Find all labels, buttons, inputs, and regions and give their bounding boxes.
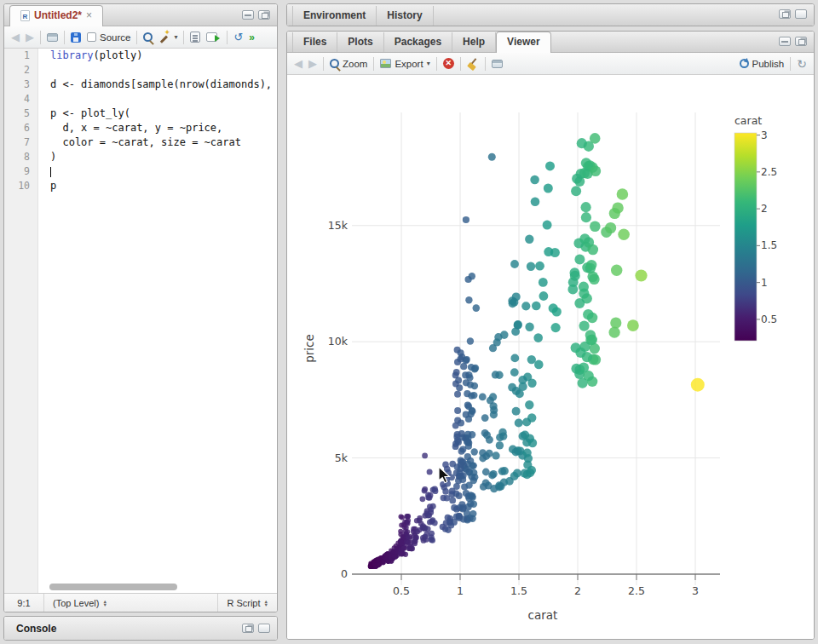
- data-point[interactable]: [479, 394, 487, 401]
- compile-notebook-icon[interactable]: [190, 32, 200, 43]
- data-point[interactable]: [458, 458, 465, 465]
- data-point[interactable]: [587, 271, 598, 282]
- data-point[interactable]: [590, 221, 601, 233]
- data-point[interactable]: [425, 495, 431, 501]
- code-line[interactable]: color = ~carat, size = ~carat: [39, 135, 277, 150]
- data-point[interactable]: [427, 469, 433, 475]
- data-point[interactable]: [463, 466, 469, 473]
- data-point[interactable]: [464, 401, 471, 408]
- code-editor[interactable]: 12345678910 library(plotly)d <- diamonds…: [4, 49, 277, 593]
- data-point[interactable]: [583, 309, 593, 319]
- data-point[interactable]: [422, 453, 428, 459]
- tab-history[interactable]: History: [377, 6, 433, 26]
- data-point[interactable]: [456, 492, 463, 499]
- data-point[interactable]: [469, 492, 475, 499]
- data-point[interactable]: [399, 515, 404, 520]
- data-point[interactable]: [509, 446, 517, 454]
- data-point[interactable]: [515, 419, 523, 428]
- data-point[interactable]: [390, 549, 395, 554]
- data-point[interactable]: [618, 228, 630, 240]
- data-point[interactable]: [505, 477, 514, 486]
- data-point[interactable]: [583, 371, 593, 381]
- data-point[interactable]: [514, 321, 522, 330]
- data-point[interactable]: [429, 534, 435, 540]
- data-point[interactable]: [543, 221, 552, 230]
- data-point[interactable]: [508, 383, 516, 392]
- data-point[interactable]: [471, 382, 478, 389]
- tab-packages[interactable]: Packages: [384, 32, 452, 52]
- export-button[interactable]: Export ▾: [380, 59, 429, 69]
- data-point[interactable]: [528, 439, 537, 447]
- data-point[interactable]: [399, 550, 404, 555]
- data-point[interactable]: [467, 337, 474, 344]
- data-point[interactable]: [398, 529, 403, 534]
- data-point[interactable]: [469, 408, 475, 415]
- open-in-new-window-icon[interactable]: [47, 33, 58, 42]
- data-point[interactable]: [544, 184, 553, 193]
- data-point[interactable]: [523, 449, 532, 457]
- code-line[interactable]: d <- diamonds[sample(nrow(diamonds),: [39, 78, 277, 92]
- data-point[interactable]: [456, 515, 463, 521]
- data-point[interactable]: [617, 188, 629, 200]
- data-point[interactable]: [575, 348, 585, 358]
- data-point[interactable]: [454, 391, 461, 398]
- data-point[interactable]: [609, 208, 620, 219]
- data-point[interactable]: [464, 431, 471, 438]
- data-point[interactable]: [510, 368, 519, 377]
- console-header[interactable]: Console: [4, 617, 277, 640]
- data-point[interactable]: [574, 298, 585, 308]
- data-point[interactable]: [453, 483, 460, 490]
- maximize-icon[interactable]: [258, 624, 270, 633]
- back-icon[interactable]: ◀: [294, 58, 302, 69]
- clear-all-broom-icon[interactable]: [467, 58, 479, 70]
- data-point[interactable]: [510, 354, 519, 363]
- data-point[interactable]: [521, 302, 530, 310]
- restore-icon[interactable]: [258, 10, 270, 20]
- data-point[interactable]: [574, 254, 585, 264]
- data-point[interactable]: [510, 260, 519, 268]
- data-point[interactable]: [412, 532, 417, 538]
- data-point[interactable]: [527, 262, 535, 271]
- back-icon[interactable]: ◀: [11, 32, 20, 43]
- data-point[interactable]: [377, 557, 381, 561]
- data-point[interactable]: [539, 278, 548, 287]
- plotly-scatter-chart[interactable]: 0.511.522.5305k10k15kcaratpricecarat0.51…: [287, 76, 813, 640]
- data-point[interactable]: [610, 317, 621, 328]
- restore-icon[interactable]: [242, 624, 254, 633]
- restore-icon[interactable]: [795, 37, 807, 46]
- code-lines[interactable]: library(plotly)d <- diamonds[sample(nrow…: [39, 49, 277, 193]
- data-point[interactable]: [444, 495, 451, 502]
- data-point[interactable]: [420, 496, 426, 502]
- data-point[interactable]: [490, 470, 498, 478]
- data-point[interactable]: [535, 262, 544, 271]
- forward-icon[interactable]: ▶: [308, 58, 317, 69]
- data-point[interactable]: [512, 407, 521, 416]
- data-point[interactable]: [469, 273, 475, 279]
- data-point[interactable]: [399, 539, 404, 544]
- data-point[interactable]: [432, 520, 438, 526]
- data-point[interactable]: [579, 321, 590, 331]
- source-on-save-toggle[interactable]: Source: [87, 32, 130, 43]
- data-point[interactable]: [425, 526, 431, 532]
- data-point[interactable]: [465, 481, 472, 488]
- data-point[interactable]: [544, 247, 553, 256]
- data-point[interactable]: [495, 481, 503, 489]
- code-line[interactable]: [39, 92, 277, 106]
- data-point[interactable]: [465, 296, 472, 303]
- data-point[interactable]: [489, 344, 497, 352]
- data-point[interactable]: [530, 175, 539, 185]
- data-point[interactable]: [611, 265, 622, 276]
- data-point[interactable]: [498, 468, 506, 475]
- data-point[interactable]: [372, 562, 377, 566]
- data-point[interactable]: [440, 524, 446, 530]
- data-point[interactable]: [486, 436, 493, 444]
- data-point[interactable]: [407, 546, 412, 551]
- data-point[interactable]: [377, 563, 381, 567]
- data-point[interactable]: [452, 372, 459, 379]
- data-point[interactable]: [493, 451, 500, 459]
- data-point[interactable]: [496, 441, 504, 449]
- data-point[interactable]: [469, 463, 475, 469]
- data-point[interactable]: [417, 515, 423, 521]
- forward-icon[interactable]: ▶: [26, 32, 34, 43]
- rerun-icon[interactable]: ↺: [233, 32, 243, 43]
